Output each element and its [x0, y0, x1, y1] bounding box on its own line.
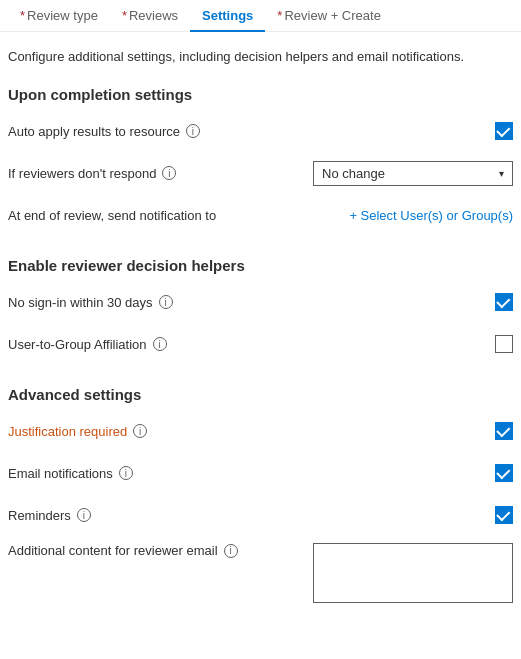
setting-label-no-respond: If reviewers don't respond i [8, 166, 176, 181]
select-users-link[interactable]: + Select User(s) or Group(s) [349, 208, 513, 223]
info-icon-auto-apply[interactable]: i [186, 124, 200, 138]
section-decision-helpers: Enable reviewer decision helpers No sign… [8, 257, 513, 358]
page-content: Configure additional settings, including… [0, 32, 521, 647]
section-advanced: Advanced settings Justification required… [8, 386, 513, 603]
section-title-upon-completion: Upon completion settings [8, 86, 513, 103]
setting-label-reminders: Reminders i [8, 508, 91, 523]
checkbox-email-notifications[interactable] [495, 464, 513, 482]
section-title-advanced: Advanced settings [8, 386, 513, 403]
setting-row-additional-content: Additional content for reviewer email i [8, 543, 513, 603]
setting-label-justification: Justification required i [8, 424, 147, 439]
section-title-decision-helpers: Enable reviewer decision helpers [8, 257, 513, 274]
tab-settings-label: Settings [202, 8, 253, 23]
setting-text-send-notification: At end of review, send notification to [8, 208, 216, 223]
dropdown-no-respond[interactable]: No change ▾ [313, 161, 513, 186]
info-icon-email-notifications[interactable]: i [119, 466, 133, 480]
setting-label-auto-apply: Auto apply results to resource i [8, 124, 200, 139]
setting-text-group-affiliation: User-to-Group Affiliation [8, 337, 147, 352]
checkbox-reminders[interactable] [495, 506, 513, 524]
setting-label-email-notifications: Email notifications i [8, 466, 133, 481]
setting-row-no-respond: If reviewers don't respond i No change ▾ [8, 159, 513, 187]
tab-reviews[interactable]: *Reviews [110, 0, 190, 31]
setting-text-no-signin: No sign-in within 30 days [8, 295, 153, 310]
tab-asterisk: * [277, 8, 282, 23]
setting-row-group-affiliation: User-to-Group Affiliation i [8, 330, 513, 358]
info-icon-no-signin[interactable]: i [159, 295, 173, 309]
tab-review-create-label: Review + Create [284, 8, 380, 23]
info-icon-additional-content[interactable]: i [224, 544, 238, 558]
textarea-additional-content[interactable] [313, 543, 513, 603]
info-icon-group-affiliation[interactable]: i [153, 337, 167, 351]
info-icon-justification[interactable]: i [133, 424, 147, 438]
section-upon-completion: Upon completion settings Auto apply resu… [8, 86, 513, 229]
setting-row-no-signin: No sign-in within 30 days i [8, 288, 513, 316]
setting-row-send-notification: At end of review, send notification to +… [8, 201, 513, 229]
setting-row-justification: Justification required i [8, 417, 513, 445]
setting-row-email-notifications: Email notifications i [8, 459, 513, 487]
chevron-down-icon: ▾ [499, 168, 504, 179]
tab-review-type-label: Review type [27, 8, 98, 23]
setting-text-no-respond: If reviewers don't respond [8, 166, 156, 181]
tab-asterisk: * [20, 8, 25, 23]
setting-text-justification: Justification required [8, 424, 127, 439]
page-description: Configure additional settings, including… [8, 48, 513, 66]
setting-text-additional-content: Additional content for reviewer email [8, 543, 218, 558]
setting-text-auto-apply: Auto apply results to resource [8, 124, 180, 139]
tab-bar: *Review type *Reviews Settings *Review +… [0, 0, 521, 32]
tab-settings[interactable]: Settings [190, 0, 265, 31]
info-icon-no-respond[interactable]: i [162, 166, 176, 180]
setting-label-no-signin: No sign-in within 30 days i [8, 295, 173, 310]
checkbox-no-signin[interactable] [495, 293, 513, 311]
info-icon-reminders[interactable]: i [77, 508, 91, 522]
checkbox-justification[interactable] [495, 422, 513, 440]
setting-row-auto-apply: Auto apply results to resource i [8, 117, 513, 145]
setting-label-group-affiliation: User-to-Group Affiliation i [8, 337, 167, 352]
tab-asterisk: * [122, 8, 127, 23]
dropdown-value-no-respond: No change [322, 166, 385, 181]
tab-review-type[interactable]: *Review type [8, 0, 110, 31]
tab-reviews-label: Reviews [129, 8, 178, 23]
setting-label-additional-content: Additional content for reviewer email i [8, 543, 238, 558]
setting-text-email-notifications: Email notifications [8, 466, 113, 481]
checkbox-group-affiliation[interactable] [495, 335, 513, 353]
tab-review-create[interactable]: *Review + Create [265, 0, 393, 31]
checkbox-auto-apply[interactable] [495, 122, 513, 140]
setting-text-reminders: Reminders [8, 508, 71, 523]
setting-label-send-notification: At end of review, send notification to [8, 208, 216, 223]
setting-row-reminders: Reminders i [8, 501, 513, 529]
